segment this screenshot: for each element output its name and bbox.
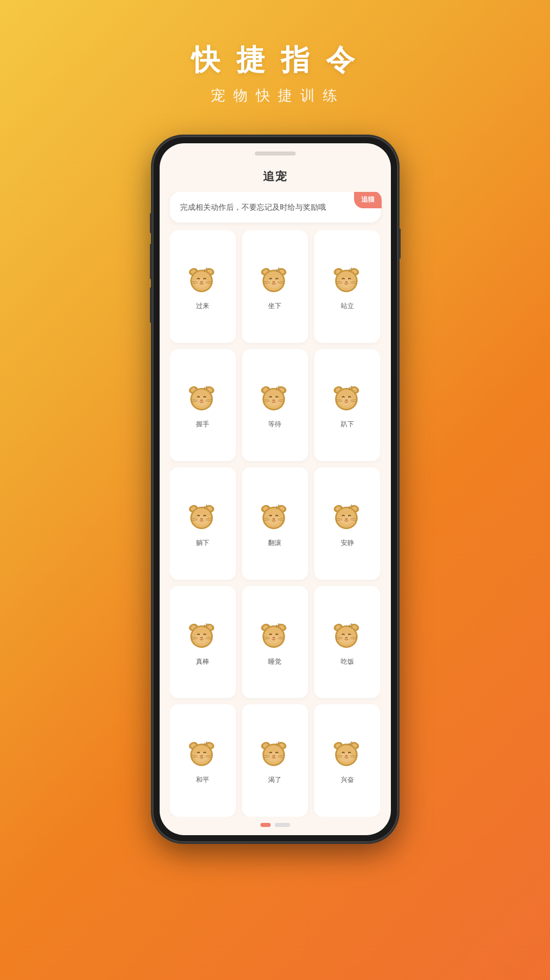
command-item[interactable]: z z 睡觉 [242, 586, 308, 699]
pet-icon: z z [331, 265, 364, 297]
svg-point-49 [201, 400, 203, 401]
command-label: 兴奋 [341, 775, 354, 785]
command-item[interactable]: z z 安静 [314, 467, 380, 580]
command-label: 安静 [341, 538, 354, 548]
svg-point-35 [345, 281, 347, 282]
svg-text:z: z [350, 267, 352, 270]
screen-title: 追宠 [160, 164, 391, 192]
command-label: 翻滚 [268, 538, 281, 548]
svg-point-77 [345, 400, 347, 401]
svg-point-189 [273, 755, 275, 757]
sub-title: 宠 物 快 捷 训 练 [191, 86, 359, 105]
command-item[interactable]: z z 等待 [242, 349, 308, 462]
pet-icon: z z [258, 265, 291, 297]
mute-button [150, 213, 152, 233]
pet-icon: z z [331, 620, 364, 653]
pet-icon: z z [186, 265, 219, 297]
svg-point-7 [201, 281, 203, 282]
command-label: 吃饭 [341, 657, 354, 666]
command-item[interactable]: z z 兴奋 [314, 704, 380, 817]
pet-icon: z z [186, 620, 219, 653]
svg-text:z: z [278, 622, 279, 625]
command-item[interactable]: z z 握手 [170, 349, 236, 462]
svg-point-21 [273, 281, 275, 282]
power-button [398, 228, 401, 259]
svg-point-63 [273, 400, 275, 401]
command-label: 趴下 [341, 420, 354, 429]
dot-active [260, 823, 271, 827]
svg-text:z: z [278, 504, 279, 507]
svg-point-105 [273, 518, 275, 519]
svg-text:z: z [206, 622, 207, 625]
command-item[interactable]: z z 过来 [170, 230, 236, 343]
pet-icon: z z [331, 502, 364, 534]
command-label: 躺下 [196, 538, 209, 548]
svg-point-91 [201, 518, 203, 519]
volume-down-button [150, 287, 152, 323]
command-label: 站立 [341, 301, 354, 311]
banner-text: 完成相关动作后，不要忘记及时给与奖励哦 [180, 201, 370, 213]
pet-icon: z z [258, 620, 291, 653]
svg-text:z: z [350, 385, 352, 388]
svg-text:z: z [350, 741, 352, 744]
svg-text:z: z [278, 267, 279, 270]
camera-notch [160, 143, 391, 164]
pet-icon: z z [186, 502, 219, 534]
svg-text:z: z [278, 385, 279, 388]
banner-card: 完成相关动作后，不要忘记及时给与奖励哦 追猫 [170, 192, 381, 223]
command-label: 和平 [196, 775, 209, 785]
command-item[interactable]: z z 真棒 [170, 586, 236, 699]
volume-up-button [150, 244, 152, 279]
dot-inactive [275, 823, 290, 827]
command-item[interactable]: z z 和平 [170, 704, 236, 817]
command-item[interactable]: z z 趴下 [314, 349, 380, 462]
command-label: 等待 [268, 420, 281, 429]
svg-text:z: z [206, 741, 207, 744]
pet-icon: z z [186, 383, 219, 416]
svg-text:z: z [278, 741, 279, 744]
command-label: 过来 [196, 301, 209, 311]
phone-screen: 追宠 完成相关动作后，不要忘记及时给与奖励哦 追猫 [160, 143, 391, 835]
svg-point-119 [345, 518, 347, 519]
header-section: 快 捷 指 令 宠 物 快 捷 训 练 [191, 41, 359, 105]
pet-icon: z z [258, 383, 291, 416]
pet-icon: z z [186, 738, 219, 771]
svg-text:z: z [350, 622, 352, 625]
command-label: 坐下 [268, 301, 281, 311]
command-item[interactable]: z z 渴了 [242, 704, 308, 817]
command-label: 真棒 [196, 657, 209, 666]
svg-text:z: z [206, 267, 207, 270]
svg-point-175 [201, 755, 203, 757]
main-title: 快 捷 指 令 [191, 41, 359, 80]
phone-mockup: 追宠 完成相关动作后，不要忘记及时给与奖励哦 追猫 [152, 136, 398, 842]
command-item[interactable]: z z 站立 [314, 230, 380, 343]
command-item[interactable]: z z 坐下 [242, 230, 308, 343]
screen-content: 完成相关动作后，不要忘记及时给与奖励哦 追猫 z z 过来 [160, 192, 391, 817]
svg-text:z: z [350, 504, 352, 507]
page-indicator [160, 817, 391, 835]
svg-point-147 [273, 637, 275, 638]
command-label: 渴了 [268, 775, 281, 785]
svg-point-161 [345, 637, 347, 638]
svg-point-133 [201, 637, 203, 638]
svg-text:z: z [206, 385, 207, 388]
svg-text:z: z [206, 504, 207, 507]
svg-point-203 [345, 755, 347, 757]
command-item[interactable]: z z 躺下 [170, 467, 236, 580]
command-label: 握手 [196, 420, 209, 429]
pet-icon: z z [331, 738, 364, 771]
command-item[interactable]: z z 翻滚 [242, 467, 308, 580]
pet-icon: z z [258, 738, 291, 771]
banner-tag: 追猫 [354, 192, 382, 208]
command-label: 睡觉 [268, 657, 281, 666]
command-item[interactable]: z z 吃饭 [314, 586, 380, 699]
pet-icon: z z [331, 383, 364, 416]
pet-icon: z z [258, 502, 291, 534]
commands-grid: z z 过来 z z 坐下 [170, 230, 381, 817]
